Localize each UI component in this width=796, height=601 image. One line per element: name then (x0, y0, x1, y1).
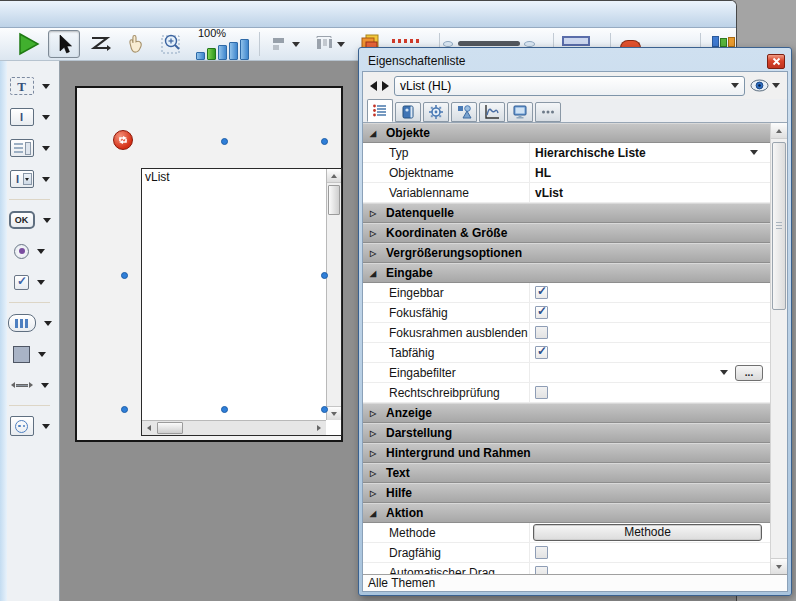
collapsed-triangle-icon[interactable]: ▷ (370, 449, 380, 458)
section-text[interactable]: ▷Text (363, 463, 787, 483)
tab-events[interactable] (479, 102, 505, 122)
value-dropdown-arrow[interactable] (750, 150, 758, 155)
property-value[interactable]: Hierarchische Liste (535, 146, 646, 160)
checkbox-checked[interactable] (535, 306, 548, 319)
tool-dropdown-chevron[interactable] (37, 249, 45, 254)
selection-handle-ne[interactable] (321, 138, 328, 145)
text-tool[interactable]: T (0, 75, 59, 97)
selection-handle-w[interactable] (121, 272, 128, 279)
scroll-thumb[interactable] (328, 185, 340, 215)
panel-close-button[interactable] (767, 54, 785, 69)
tool-dropdown-chevron[interactable] (42, 146, 50, 151)
filter-ellipsis-button[interactable]: ... (735, 365, 763, 381)
distribute-objects-button[interactable] (308, 30, 350, 58)
tab-display[interactable] (507, 102, 533, 122)
method-button[interactable]: Methode (533, 524, 762, 541)
tool-dropdown-chevron[interactable] (38, 352, 46, 357)
view-options-chevron[interactable] (772, 83, 780, 88)
selection-handle-se[interactable] (321, 406, 328, 413)
tool-dropdown-chevron[interactable] (41, 383, 49, 388)
section-anzeige[interactable]: ▷Anzeige (363, 403, 787, 423)
filter-dropdown-arrow[interactable] (720, 370, 728, 375)
scroll-left-button[interactable] (142, 421, 156, 435)
scroll-down-button[interactable] (771, 558, 787, 574)
button-tool[interactable]: OK (0, 209, 59, 231)
section-vergroesserung[interactable]: ▷Vergrößerungsoptionen (363, 243, 787, 263)
radio-button-tool[interactable] (0, 240, 59, 262)
expanded-triangle-icon[interactable]: ◢ (370, 129, 380, 138)
scroll-down-button[interactable] (327, 406, 341, 420)
object-horizontal-scrollbar[interactable] (142, 420, 326, 435)
panel-titlebar[interactable]: Eigenschaftenliste (362, 51, 788, 71)
zoom-level-control[interactable]: 100% (196, 28, 249, 60)
scroll-right-button[interactable] (312, 421, 326, 435)
pointer-tool-button[interactable] (48, 30, 80, 58)
entry-order-button[interactable] (84, 30, 116, 58)
selection-handle-sw[interactable] (121, 406, 128, 413)
tool-dropdown-chevron[interactable] (43, 218, 51, 223)
collapsed-triangle-icon[interactable]: ▷ (370, 429, 380, 438)
checkbox-checked[interactable] (535, 286, 548, 299)
next-object-button[interactable] (382, 81, 389, 91)
tool-dropdown-chevron[interactable] (42, 177, 50, 182)
checkbox-checked[interactable] (535, 346, 548, 359)
collapsed-triangle-icon[interactable]: ▷ (370, 249, 380, 258)
scroll-thumb[interactable] (772, 142, 786, 310)
property-value[interactable]: HL (535, 166, 551, 180)
collapsed-triangle-icon[interactable]: ▷ (370, 409, 380, 418)
combobox-dropdown-arrow[interactable] (731, 83, 739, 88)
collapsed-triangle-icon[interactable]: ▷ (370, 209, 380, 218)
splitter-tool[interactable] (0, 374, 59, 396)
hierarchical-list-object[interactable]: vList (141, 168, 342, 436)
run-form-button[interactable] (12, 30, 44, 58)
collapsed-triangle-icon[interactable]: ▷ (370, 489, 380, 498)
tool-dropdown-chevron[interactable] (42, 115, 50, 120)
pan-tool-button[interactable] (120, 30, 152, 58)
panel-scrollbar[interactable] (770, 123, 787, 574)
expanded-triangle-icon[interactable]: ◢ (370, 269, 380, 278)
tool-dropdown-chevron[interactable] (42, 84, 50, 89)
distribute-dropdown-chevron[interactable] (337, 42, 345, 47)
collapsed-triangle-icon[interactable]: ▷ (370, 469, 380, 478)
align-objects-button[interactable] (266, 30, 304, 58)
align-dropdown-chevron[interactable] (292, 42, 300, 47)
plugin-area-tool[interactable] (0, 415, 59, 437)
checkbox-unchecked[interactable] (535, 566, 548, 574)
tab-more[interactable] (535, 102, 561, 122)
previous-object-button[interactable] (370, 81, 377, 91)
zoom-bars-icon[interactable] (196, 39, 249, 60)
listbox-tool[interactable] (0, 137, 59, 159)
expanded-triangle-icon[interactable]: ◢ (370, 509, 380, 518)
tool-dropdown-chevron[interactable] (42, 424, 50, 429)
scroll-up-button[interactable] (327, 169, 341, 183)
object-method-badge[interactable] (113, 130, 133, 150)
selection-handle-n[interactable] (221, 138, 228, 145)
tab-objects[interactable] (451, 102, 477, 122)
checkbox-unchecked[interactable] (535, 326, 548, 339)
collapsed-triangle-icon[interactable]: ▷ (370, 229, 380, 238)
tab-database[interactable] (395, 102, 421, 122)
section-hintergrund[interactable]: ▷Hintergrund und Rahmen (363, 443, 787, 463)
section-datenquelle[interactable]: ▷Datenquelle (363, 203, 787, 223)
tab-property-list[interactable] (367, 99, 393, 122)
window-titlebar[interactable]: Formular: Kunden - Eingabe* (0, 1, 736, 28)
section-eingabe[interactable]: ◢Eingabe (363, 263, 787, 283)
section-objekte[interactable]: ◢Objekte (363, 123, 787, 143)
checkbox-tool[interactable] (0, 271, 59, 293)
checkbox-unchecked[interactable] (535, 386, 548, 399)
view-options-button[interactable] (750, 79, 780, 92)
scroll-thumb[interactable] (157, 422, 183, 434)
selection-handle-e[interactable] (321, 272, 328, 279)
object-vertical-scrollbar[interactable] (326, 169, 341, 420)
selection-handle-s[interactable] (221, 406, 228, 413)
object-selector-combobox[interactable]: vList (HL) (394, 76, 745, 96)
checkbox-unchecked[interactable] (535, 546, 548, 559)
section-koordinaten[interactable]: ▷Koordinaten & Größe (363, 223, 787, 243)
tab-settings[interactable] (423, 102, 449, 122)
input-field-tool[interactable]: I (0, 106, 59, 128)
tool-dropdown-chevron[interactable] (44, 321, 52, 326)
tool-dropdown-chevron[interactable] (37, 280, 45, 285)
combobox-tool[interactable]: I (0, 168, 59, 190)
rectangle-tool[interactable] (0, 343, 59, 365)
segmented-button-tool[interactable] (0, 312, 59, 334)
